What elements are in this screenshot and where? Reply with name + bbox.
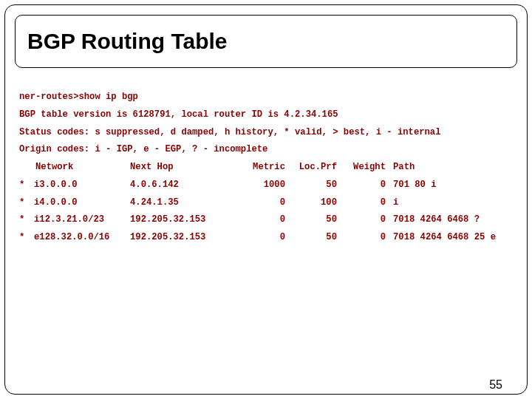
cell-network: e128.32.0.0/16 [34, 229, 130, 247]
prompt-line: ner-routes>show ip bgp [19, 89, 517, 106]
cell-path: 7018 4264 6468 25 e [386, 229, 496, 247]
cell-path: 7018 4264 6468 ? [386, 211, 480, 229]
cell-path: i [386, 194, 398, 212]
cell-weight: 0 [337, 194, 386, 212]
version-line: BGP table version is 6128791, local rout… [19, 106, 517, 124]
cell-metric: 0 [241, 194, 285, 212]
header-weight: Weight [337, 159, 386, 177]
cell-weight: 0 [337, 229, 386, 247]
header-path: Path [386, 159, 415, 177]
cell-nexthop: 192.205.32.153 [130, 229, 241, 247]
status-codes-line: Status codes: s suppressed, d damped, h … [19, 124, 517, 142]
table-row: * i12.3.21.0/23 192.205.32.153 0 50 0 70… [19, 211, 517, 229]
cell-locprf: 100 [285, 194, 337, 212]
cell-metric: 1000 [241, 177, 285, 194]
cell-weight: 0 [337, 211, 386, 229]
origin-codes-line: Origin codes: i - IGP, e - EGP, ? - inco… [19, 141, 517, 159]
cell-nexthop: 4.0.6.142 [130, 177, 241, 194]
header-metric: Metric [241, 159, 285, 177]
cell-network: i3.0.0.0 [34, 177, 130, 194]
header-network: Network [19, 159, 130, 177]
cell-network: i4.0.0.0 [34, 194, 130, 212]
cell-locprf: 50 [285, 177, 337, 194]
terminal-output: ner-routes>show ip bgp BGP table version… [19, 89, 517, 247]
table-row: * i4.0.0.0 4.24.1.35 0 100 0 i [19, 194, 517, 212]
table-row: * i3.0.0.0 4.0.6.142 1000 50 0 701 80 i [19, 177, 517, 194]
slide-title: BGP Routing Table [27, 29, 228, 54]
cell-network: i12.3.21.0/23 [34, 211, 130, 229]
cell-status: * [19, 229, 34, 247]
cell-nexthop: 4.24.1.35 [130, 194, 241, 212]
cell-locprf: 50 [285, 211, 337, 229]
table-row: * e128.32.0.0/16 192.205.32.153 0 50 0 7… [19, 229, 517, 247]
cell-nexthop: 192.205.32.153 [130, 211, 241, 229]
cell-path: 701 80 i [386, 177, 437, 194]
page-number: 55 [489, 378, 502, 392]
cell-locprf: 50 [285, 229, 337, 247]
table-header-row: Network Next Hop Metric Loc.Prf Weight P… [19, 159, 517, 177]
title-box: BGP Routing Table [15, 15, 517, 68]
header-locprf: Loc.Prf [285, 159, 337, 177]
cell-weight: 0 [337, 177, 386, 194]
cell-status: * [19, 177, 34, 194]
cell-metric: 0 [241, 211, 285, 229]
cell-status: * [19, 194, 34, 212]
cell-status: * [19, 211, 34, 229]
header-next-hop: Next Hop [130, 159, 241, 177]
cell-metric: 0 [241, 229, 285, 247]
